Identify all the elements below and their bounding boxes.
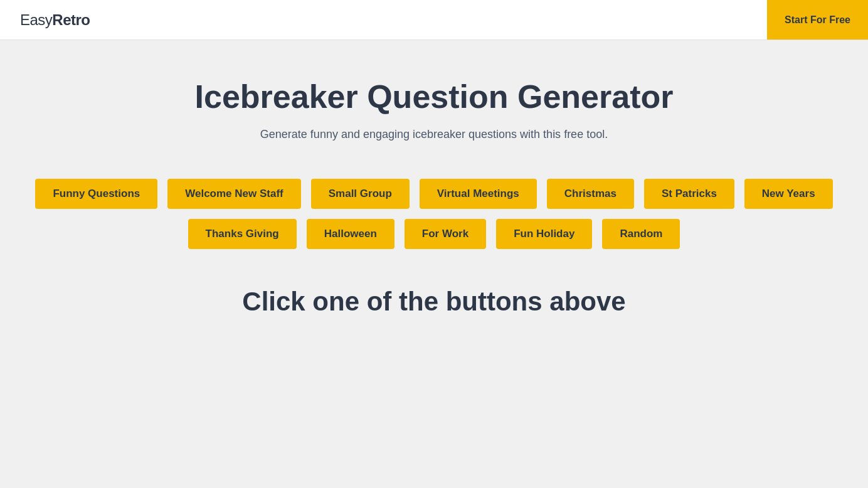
page-subtitle: Generate funny and engaging icebreaker q… xyxy=(260,128,608,141)
cta-text: Click one of the buttons above xyxy=(242,287,625,317)
category-btn-halloween[interactable]: Halloween xyxy=(307,219,394,249)
logo-easy: Easy xyxy=(20,11,52,28)
category-btn-fun-holiday[interactable]: Fun Holiday xyxy=(496,219,592,249)
button-row-2: Thanks GivingHalloweenFor WorkFun Holida… xyxy=(188,219,680,249)
category-btn-st-patricks[interactable]: St Patricks xyxy=(644,179,734,209)
logo: EasyRetro xyxy=(20,11,90,29)
category-btn-for-work[interactable]: For Work xyxy=(405,219,486,249)
category-btn-new-years[interactable]: New Years xyxy=(744,179,833,209)
button-row-1: Funny QuestionsWelcome New StaffSmall Gr… xyxy=(35,179,832,209)
category-btn-small-group[interactable]: Small Group xyxy=(311,179,410,209)
category-buttons-container: Funny QuestionsWelcome New StaffSmall Gr… xyxy=(35,179,832,249)
page-title: Icebreaker Question Generator xyxy=(195,78,674,115)
category-btn-virtual-meetings[interactable]: Virtual Meetings xyxy=(420,179,537,209)
main-content: Icebreaker Question Generator Generate f… xyxy=(0,40,868,342)
category-btn-welcome-new-staff[interactable]: Welcome New Staff xyxy=(167,179,301,209)
header: EasyRetro Start For Free xyxy=(0,0,868,40)
category-btn-thanks-giving[interactable]: Thanks Giving xyxy=(188,219,297,249)
category-btn-funny-questions[interactable]: Funny Questions xyxy=(35,179,157,209)
start-for-free-button[interactable]: Start For Free xyxy=(767,0,868,40)
logo-retro: Retro xyxy=(52,11,90,28)
category-btn-random[interactable]: Random xyxy=(602,219,680,249)
category-btn-christmas[interactable]: Christmas xyxy=(547,179,634,209)
